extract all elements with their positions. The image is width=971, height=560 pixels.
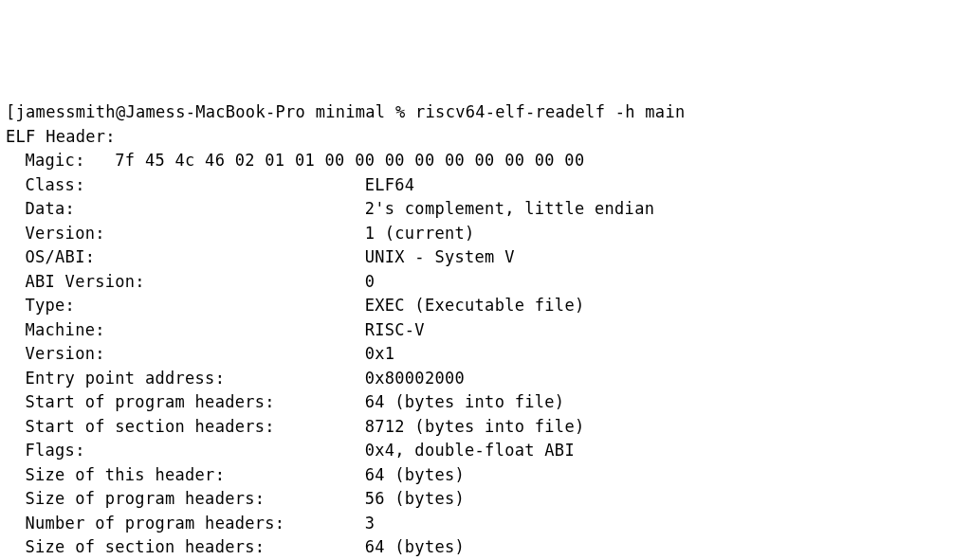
- field-label: Version:: [6, 342, 365, 367]
- prompt-at: @: [116, 102, 126, 121]
- field-value: 3: [365, 512, 376, 536]
- field-value: UNIX - System V: [365, 245, 515, 270]
- field-value: 64 (bytes): [365, 463, 465, 488]
- field-row: ABI Version:0: [6, 270, 965, 295]
- field-value: EXEC (Executable file): [365, 294, 585, 318]
- command-text: riscv64-elf-readelf -h main: [415, 102, 685, 121]
- field-row: Version:0x1: [6, 342, 965, 367]
- prompt-symbol: %: [395, 102, 406, 121]
- field-row: OS/ABI:UNIX - System V: [6, 245, 965, 270]
- field-value: 2's complement, little endian: [365, 197, 655, 222]
- magic-label: Magic:: [25, 151, 84, 170]
- terminal-output[interactable]: [jamessmith@Jamess-MacBook-Pro minimal %…: [6, 100, 965, 560]
- field-row: Size of program headers:56 (bytes): [6, 487, 965, 512]
- field-row: Machine:RISC-V: [6, 318, 965, 343]
- field-value: 64 (bytes): [365, 535, 465, 560]
- field-row: Type:EXEC (Executable file): [6, 294, 965, 318]
- field-label: Data:: [6, 197, 365, 222]
- prompt-line: [jamessmith@Jamess-MacBook-Pro minimal %…: [6, 100, 965, 125]
- field-value: 0: [365, 270, 376, 295]
- field-row: Class:ELF64: [6, 173, 965, 198]
- field-value: 0x1: [365, 342, 395, 367]
- field-label: Size of program headers:: [6, 487, 365, 512]
- field-label: Number of program headers:: [6, 512, 365, 536]
- fields-container: Class:ELF64Data:2's complement, little e…: [6, 173, 965, 561]
- field-value: 8712 (bytes into file): [365, 415, 585, 440]
- field-value: 1 (current): [365, 222, 475, 246]
- prompt-directory: minimal: [316, 102, 386, 121]
- field-label: Version:: [6, 222, 365, 246]
- field-label: Type:: [6, 294, 365, 318]
- prompt-bracket: [: [6, 102, 16, 121]
- field-row: Start of section headers:8712 (bytes int…: [6, 415, 965, 440]
- field-value: 0x80002000: [365, 367, 465, 391]
- magic-value: 7f 45 4c 46 02 01 01 00 00 00 00 00 00 0…: [115, 151, 584, 170]
- field-label: OS/ABI:: [6, 245, 365, 270]
- prompt-user: jamessmith: [16, 102, 116, 121]
- magic-row: Magic: 7f 45 4c 46 02 01 01 00 00 00 00 …: [6, 149, 965, 173]
- field-row: Version:1 (current): [6, 222, 965, 246]
- field-row: Start of program headers:64 (bytes into …: [6, 390, 965, 415]
- field-label: ABI Version:: [6, 270, 365, 295]
- prompt-host: Jamess-MacBook-Pro: [125, 102, 305, 121]
- field-value: RISC-V: [365, 318, 425, 343]
- field-row: Size of this header:64 (bytes): [6, 463, 965, 488]
- field-label: Class:: [6, 173, 365, 198]
- field-label: Start of section headers:: [6, 415, 365, 440]
- elf-header-title: ELF Header:: [6, 125, 965, 150]
- field-row: Data:2's complement, little endian: [6, 197, 965, 222]
- field-label: Start of program headers:: [6, 390, 365, 415]
- field-row: Flags:0x4, double-float ABI: [6, 439, 965, 463]
- field-label: Flags:: [6, 439, 365, 463]
- field-value: ELF64: [365, 173, 415, 198]
- field-row: Number of program headers:3: [6, 512, 965, 536]
- field-label: Machine:: [6, 318, 365, 343]
- field-value: 64 (bytes into file): [365, 390, 565, 415]
- field-row: Size of section headers:64 (bytes): [6, 535, 965, 560]
- field-value: 56 (bytes): [365, 487, 465, 512]
- field-row: Entry point address:0x80002000: [6, 367, 965, 391]
- field-value: 0x4, double-float ABI: [365, 439, 575, 463]
- field-label: Entry point address:: [6, 367, 365, 391]
- field-label: Size of this header:: [6, 463, 365, 488]
- field-label: Size of section headers:: [6, 535, 365, 560]
